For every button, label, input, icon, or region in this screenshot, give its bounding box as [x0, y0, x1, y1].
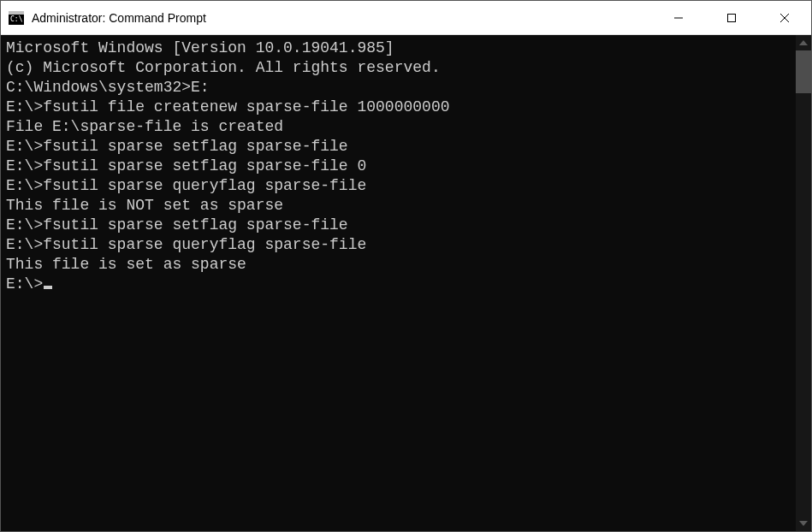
console-line: E:\>fsutil sparse setflag sparse-file [6, 137, 791, 157]
console-line: This file is NOT set as sparse [6, 196, 791, 216]
window-title: Administrator: Command Prompt [32, 11, 652, 25]
svg-text:C:\: C:\ [10, 15, 23, 23]
console-line: Microsoft Windows [Version 10.0.19041.98… [6, 38, 791, 58]
console-line: This file is set as sparse [6, 255, 791, 275]
console-line: E:\>fsutil sparse queryflag sparse-file [6, 176, 791, 196]
cmd-icon: C:\ [8, 10, 25, 26]
svg-rect-4 [728, 14, 736, 21]
terminal-output[interactable]: Microsoft Windows [Version 10.0.19041.98… [1, 35, 796, 531]
console-line: File E:\sparse-file is created [6, 117, 791, 137]
window-titlebar: C:\ Administrator: Command Prompt [1, 1, 811, 35]
console-line: E:\>fsutil sparse setflag sparse-file 0 [6, 157, 791, 176]
cursor [44, 286, 52, 289]
scroll-down-arrow[interactable] [796, 516, 811, 531]
svg-rect-1 [9, 11, 24, 15]
console-line: C:\Windows\system32>E: [6, 78, 791, 98]
minimize-button[interactable] [652, 1, 705, 34]
console-line: E:\> [6, 275, 791, 294]
console-line: E:\>fsutil file createnew sparse-file 10… [6, 98, 791, 117]
console-area: Microsoft Windows [Version 10.0.19041.98… [1, 35, 811, 531]
scroll-thumb[interactable] [796, 50, 811, 93]
console-line: (c) Microsoft Corporation. All rights re… [6, 58, 791, 78]
vertical-scrollbar[interactable] [796, 35, 811, 531]
scroll-up-arrow[interactable] [796, 35, 811, 50]
maximize-button[interactable] [705, 1, 758, 34]
window-controls [652, 1, 811, 34]
console-line: E:\>fsutil sparse setflag sparse-file [6, 216, 791, 235]
close-button[interactable] [758, 1, 811, 34]
console-line: E:\>fsutil sparse queryflag sparse-file [6, 235, 791, 255]
